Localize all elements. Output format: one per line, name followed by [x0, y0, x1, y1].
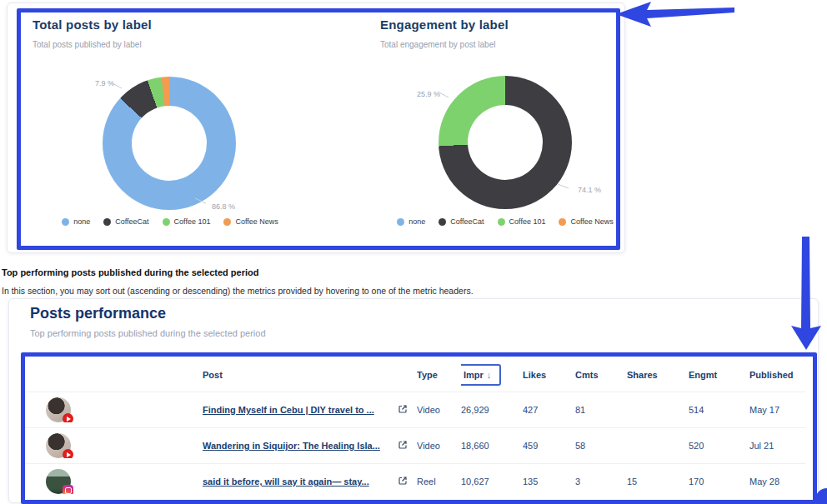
avatar[interactable]: [46, 469, 71, 494]
charts-card: Total posts by label Total posts publish…: [7, 2, 625, 253]
cell-impr: 26,929: [461, 405, 523, 415]
dashboard-page: Total posts by label Total posts publish…: [0, 0, 827, 504]
legend-item-coffeecat[interactable]: CoffeeCat: [103, 217, 148, 226]
chart2-subtitle: Total engagement by post label: [380, 40, 495, 49]
header-type[interactable]: Type: [417, 370, 461, 380]
legend-item-none[interactable]: none: [62, 217, 90, 226]
posts-performance-title: Posts performance: [30, 305, 166, 322]
legend-item-none[interactable]: none: [397, 217, 425, 226]
avatar[interactable]: [46, 397, 71, 422]
table-row: said it before, will say it again— stay.…: [25, 463, 806, 499]
legend-item-coffeenews[interactable]: Coffee News: [223, 217, 278, 226]
external-link-icon[interactable]: [398, 440, 408, 450]
cell-likes: 135: [523, 477, 575, 487]
posts-table: Post Type Impr↓ Likes Cmts Shares Engmt …: [25, 357, 806, 499]
donut-chart-posts[interactable]: [103, 77, 236, 210]
legend-label: CoffeeCat: [115, 217, 148, 226]
legend-item-coffee101[interactable]: Coffee 101: [163, 217, 211, 226]
avatar-cell: [25, 433, 203, 458]
annotation-arrow-left-icon: [616, 2, 734, 27]
post-link[interactable]: Wandering in Siquijor: The Healing Isla.…: [203, 441, 380, 451]
table-row: Wandering in Siquijor: The Healing Isla.…: [25, 427, 806, 463]
avatar[interactable]: [46, 433, 71, 458]
legend-item-coffeecat[interactable]: CoffeeCat: [439, 217, 484, 226]
table-row: Finding Myself in Cebu | DIY travel to .…: [25, 392, 806, 427]
legend-dot-icon: [103, 218, 111, 226]
cell-likes: 459: [523, 441, 575, 451]
chart1-subtitle: Total posts published by label: [33, 40, 142, 49]
instagram-icon: [63, 485, 73, 494]
header-published[interactable]: Published: [749, 370, 806, 380]
legend-item-coffee101[interactable]: Coffee 101: [498, 217, 546, 226]
external-link-icon[interactable]: [398, 476, 408, 486]
cell-impr: 18,660: [461, 441, 523, 451]
post-link[interactable]: Finding Myself in Cebu | DIY travel to .…: [203, 405, 374, 415]
cell-cmts: 81: [575, 405, 627, 415]
header-shares[interactable]: Shares: [627, 370, 689, 380]
cell-published: May 28: [749, 477, 806, 487]
avatar-cell: [25, 397, 203, 422]
cell-engmt: 170: [689, 477, 749, 487]
legend-dot-icon: [163, 218, 170, 226]
post-link[interactable]: said it before, will say it again— stay.…: [203, 477, 369, 487]
legend-dot-icon: [62, 218, 69, 226]
cell-cmts: 3: [575, 477, 627, 487]
legend-dot-icon: [397, 218, 404, 226]
cell-type: Video: [417, 405, 461, 415]
cell-published: May 17: [749, 405, 806, 415]
table-header-row: Post Type Impr↓ Likes Cmts Shares Engmt …: [25, 357, 806, 392]
posts-performance-subtitle: Top performing posts published during th…: [30, 328, 266, 338]
chart2-slice-label: 74.1 %: [578, 186, 601, 194]
chart2-slice-label: 25.9 %: [393, 90, 440, 98]
legend-label: Coffee News: [570, 217, 613, 226]
youtube-icon: [63, 413, 73, 422]
legend-label: Coffee News: [235, 217, 278, 226]
cell-published: Jul 21: [749, 441, 806, 451]
chart1-legend: none CoffeeCat Coffee 101 Coffee News: [33, 217, 308, 226]
sort-desc-icon[interactable]: ↓: [487, 370, 492, 380]
header-cmts[interactable]: Cmts: [575, 370, 627, 380]
avatar-cell: [25, 469, 203, 494]
doc-heading: Top performing posts published during th…: [2, 267, 258, 277]
header-engmt[interactable]: Engmt: [689, 370, 749, 380]
cell-likes: 427: [523, 405, 575, 415]
chart1-slice-label: 7.9 %: [66, 79, 114, 87]
legend-dot-icon: [439, 218, 446, 226]
legend-label: none: [408, 217, 425, 226]
legend-dot-icon: [498, 218, 505, 226]
header-post[interactable]: Post: [203, 370, 398, 380]
chart2-legend: none CoffeeCat Coffee 101 Coffee News: [368, 217, 643, 226]
header-likes[interactable]: Likes: [523, 370, 575, 380]
chart1-slice-label: 86.8 %: [212, 202, 235, 211]
legend-label: Coffee 101: [509, 217, 546, 226]
header-impr[interactable]: Impr↓: [461, 364, 523, 386]
legend-item-coffeenews[interactable]: Coffee News: [559, 217, 613, 226]
cell-impr: 10,627: [461, 477, 523, 487]
cell-shares: 15: [627, 477, 689, 487]
legend-dot-icon: [223, 218, 231, 226]
external-link-icon[interactable]: [398, 404, 408, 414]
legend-label: Coffee 101: [174, 217, 211, 226]
chart2-title: Engagement by label: [380, 17, 509, 32]
cell-cmts: 58: [575, 441, 627, 451]
doc-paragraph: In this section, you may sort out (ascen…: [2, 286, 474, 296]
cell-type: Reel: [417, 477, 461, 487]
donut-chart-engagement[interactable]: [439, 76, 572, 209]
legend-label: CoffeeCat: [450, 217, 484, 226]
cell-engmt: 520: [689, 441, 749, 451]
impr-sort-box[interactable]: Impr↓: [461, 364, 501, 386]
cell-type: Video: [417, 441, 461, 451]
cell-engmt: 514: [689, 405, 749, 415]
header-impr-label: Impr: [464, 370, 484, 380]
chart1-title: Total posts by label: [33, 17, 152, 32]
legend-dot-icon: [559, 218, 566, 226]
legend-label: none: [73, 217, 90, 226]
youtube-icon: [63, 449, 73, 458]
